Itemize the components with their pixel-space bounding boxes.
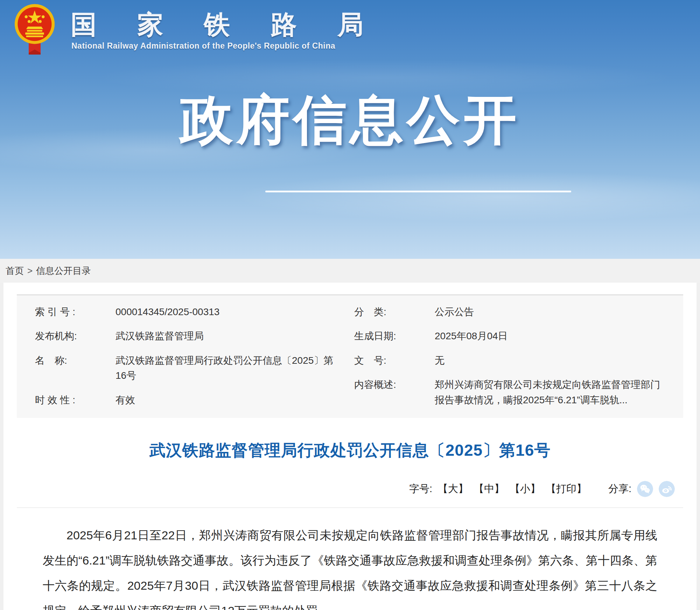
font-size-medium-button[interactable]: 【中】 [474, 482, 504, 496]
site-name-english: National Railway Administration of the P… [71, 41, 335, 51]
breadcrumb-separator: > [27, 265, 33, 276]
article-toolbar: 字号: 【大】 【中】 【小】 【打印】 分享: [4, 481, 696, 497]
font-size-large-button[interactable]: 【大】 [438, 482, 468, 496]
meta-value: 000014345/2025-00313 [115, 304, 340, 319]
meta-label: 发布机构: [35, 328, 115, 343]
meta-table-left-column: 索 引 号 : 000014345/2025-00313 发布机构: 武汉铁路监… [17, 304, 350, 407]
font-size-small-button[interactable]: 【小】 [510, 482, 540, 496]
meta-row-category: 分 类: 公示公告 [354, 304, 669, 319]
site-name: 国 家 铁 路 局 [71, 8, 380, 43]
meta-row-index-number: 索 引 号 : 000014345/2025-00313 [35, 304, 340, 319]
meta-value: 无 [435, 353, 669, 368]
meta-value: 有效 [115, 392, 340, 407]
font-size-label: 字号: [409, 482, 432, 496]
meta-row-issuing-agency: 发布机构: 武汉铁路监督管理局 [35, 328, 340, 343]
article-body: 2025年6月21日至22日，郑州兴涛商贸有限公司未按规定向铁路监督管理部门报告… [4, 508, 696, 610]
meta-label: 内容概述: [354, 377, 435, 407]
share-label: 分享: [608, 482, 631, 496]
meta-row-content-summary: 内容概述: 郑州兴涛商贸有限公司未按规定向铁路监督管理部门报告事故情况，瞒报20… [354, 377, 669, 407]
meta-value: 武汉铁路监督管理局 [115, 328, 340, 343]
meta-row-publish-date: 生成日期: 2025年08月04日 [354, 328, 669, 343]
article-title: 武汉铁路监督管理局行政处罚公开信息〔2025〕第16号 [4, 440, 696, 461]
meta-label: 时 效 性 : [35, 392, 115, 407]
banner-underline [265, 191, 571, 192]
breadcrumb-home-link[interactable]: 首页 [6, 265, 24, 277]
meta-table-right-column: 分 类: 公示公告 生成日期: 2025年08月04日 文 号: 无 内容概述:… [350, 304, 683, 407]
wechat-share-icon[interactable] [637, 481, 653, 497]
breadcrumb: 首页 > 信息公开目录 [0, 259, 700, 283]
meta-label: 名 称: [35, 353, 115, 383]
content-card: 索 引 号 : 000014345/2025-00313 发布机构: 武汉铁路监… [4, 283, 696, 610]
meta-row-document-name: 名 称: 武汉铁路监督管理局行政处罚公开信息〔2025〕第16号 [35, 353, 340, 383]
meta-row-validity: 时 效 性 : 有效 [35, 392, 340, 407]
breadcrumb-current-link[interactable]: 信息公开目录 [36, 265, 91, 277]
meta-row-document-number: 文 号: 无 [354, 353, 669, 368]
banner-title: 政府信息公开 [0, 85, 700, 156]
weibo-share-icon[interactable] [659, 481, 675, 497]
meta-value: 武汉铁路监督管理局行政处罚公开信息〔2025〕第16号 [115, 353, 340, 383]
meta-value: 公示公告 [435, 304, 669, 319]
china-national-emblem-icon [13, 3, 56, 55]
meta-label: 文 号: [354, 353, 435, 368]
meta-label: 分 类: [354, 304, 435, 319]
meta-value: 2025年08月04日 [435, 328, 669, 343]
meta-value: 郑州兴涛商贸有限公司未按规定向铁路监督管理部门报告事故情况，瞒报2025年“6.… [435, 377, 669, 407]
print-button[interactable]: 【打印】 [546, 482, 587, 496]
meta-label: 生成日期: [354, 328, 435, 343]
meta-table: 索 引 号 : 000014345/2025-00313 发布机构: 武汉铁路监… [17, 295, 683, 418]
site-banner: 国 家 铁 路 局 National Railway Administratio… [0, 0, 700, 259]
meta-label: 索 引 号 : [35, 304, 115, 319]
